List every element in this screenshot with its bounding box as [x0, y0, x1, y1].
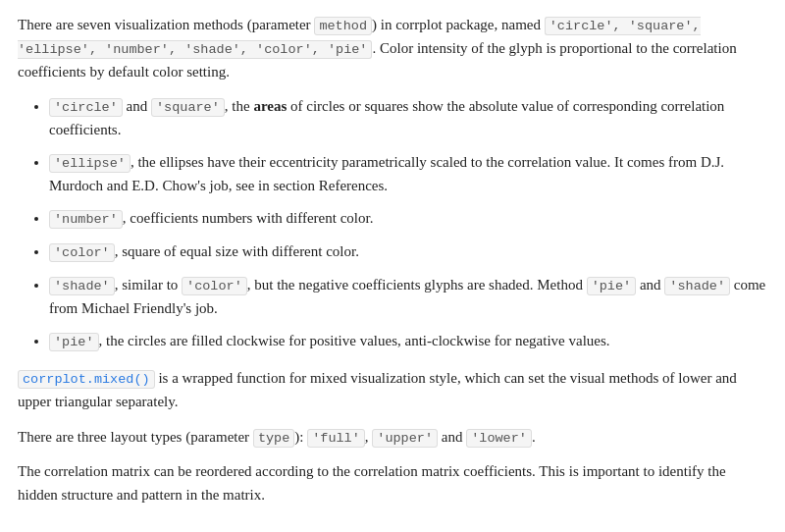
list-item-shade: 'shade', similar to 'color', but the neg… — [49, 274, 767, 320]
pie-desc: , the circles are filled clockwise for p… — [99, 333, 610, 348]
ellipse-code: 'ellipse' — [49, 154, 131, 173]
intro-method-code: method — [314, 17, 372, 35]
color-code: 'color' — [49, 243, 115, 262]
shade-shade-code: 'shade' — [664, 277, 730, 295]
intro-paragraph: There are seven visualization methods (p… — [18, 14, 767, 83]
circle-code: 'circle' — [49, 98, 123, 117]
bullet-list: 'circle' and 'square', the areas of circ… — [49, 95, 767, 353]
shade-pie-code: 'pie' — [587, 277, 637, 295]
color-desc: , square of equal size with different co… — [115, 243, 359, 259]
layout-paragraph: There are three layout types (parameter … — [18, 426, 767, 450]
reorder-text: The correlation matrix can be reordered … — [18, 463, 726, 502]
layout-period: . — [532, 429, 536, 445]
layout-and: and — [438, 429, 466, 445]
number-desc: , coefficients numbers with different co… — [123, 210, 374, 226]
layout-text1: There are three layout types (parameter — [18, 429, 253, 445]
list-item-ellipse: 'ellipse', the ellipses have their eccen… — [49, 151, 767, 197]
areas-bold: areas — [253, 98, 287, 114]
shade-text2: , but the negative coefficients glyphs a… — [247, 277, 587, 293]
type-param-code: type — [253, 429, 294, 448]
list-item-color: 'color', square of equal size with diffe… — [49, 240, 767, 264]
upper-code: 'upper' — [372, 429, 438, 448]
intro-text2: ) in corrplot package, named — [372, 17, 545, 32]
layout-text2: ): — [294, 429, 307, 445]
list-item-circle-square: 'circle' and 'square', the areas of circ… — [49, 95, 767, 141]
list-item-number: 'number', coefficients numbers with diff… — [49, 207, 767, 231]
pie-code: 'pie' — [49, 333, 99, 351]
shade-text1: , similar to — [115, 277, 182, 293]
lower-code: 'lower' — [466, 429, 532, 448]
and-text-1: and — [123, 98, 151, 114]
intro-text1: There are seven visualization methods (p… — [18, 17, 314, 32]
list-item-pie: 'pie', the circles are filled clockwise … — [49, 330, 767, 353]
shade-and: and — [636, 277, 664, 293]
mixed-func-code: corrplot.mixed() — [18, 370, 155, 389]
shade-code: 'shade' — [49, 277, 115, 295]
number-code: 'number' — [49, 210, 123, 229]
square-code: 'square' — [151, 98, 225, 117]
reorder-paragraph: The correlation matrix can be reordered … — [18, 460, 767, 506]
mixed-paragraph: corrplot.mixed() is a wrapped function f… — [18, 367, 767, 413]
shade-color-code: 'color' — [182, 277, 247, 295]
full-code: 'full' — [307, 429, 365, 448]
ellipse-desc: , the ellipses have their eccentricity p… — [49, 154, 724, 193]
areas-intro: , the — [225, 98, 254, 114]
